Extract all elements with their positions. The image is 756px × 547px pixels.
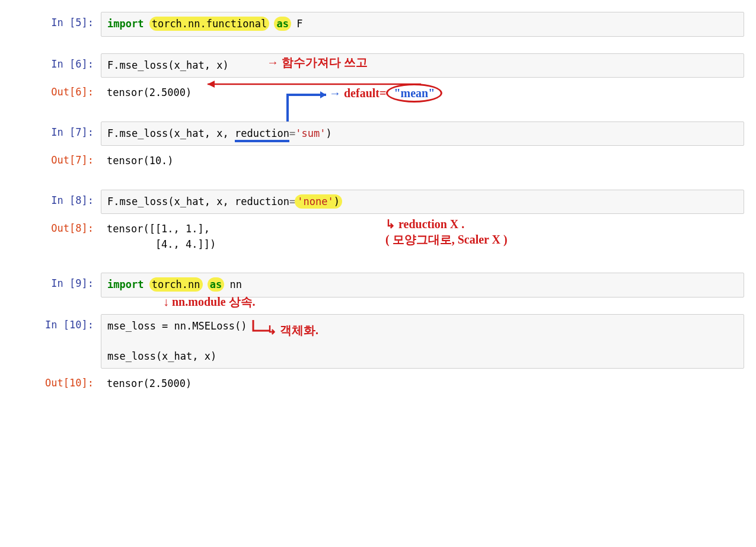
- code-7-pre: F.mse_loss(x_hat, x,: [107, 127, 235, 139]
- code-area-8[interactable]: F.mse_loss(x_hat, x, reduction='none'): [101, 190, 744, 215]
- code-10-line2: mse_loss(x_hat, x): [107, 350, 216, 362]
- cell-in-6: In [6]: F.mse_loss(x_hat, x): [12, 53, 744, 78]
- prompt-out-10: Out[10]:: [12, 372, 101, 389]
- output-10: tensor(2.5000): [101, 372, 744, 396]
- code-area-6[interactable]: F.mse_loss(x_hat, x): [101, 53, 744, 78]
- code-area-7[interactable]: F.mse_loss(x_hat, x, reduction='sum'): [101, 121, 744, 146]
- cell-out-7: Out[7]: tensor(10.): [12, 149, 744, 173]
- output-6: tensor(2.5000): [101, 81, 744, 105]
- code-8-pre: F.mse_loss(x_hat, x, reduction: [107, 196, 289, 207]
- cell-out-10: Out[10]: tensor(2.5000): [12, 372, 744, 396]
- notebook-container: In [5]: import torch.nn.functional as F …: [12, 12, 744, 396]
- cell-out-6: Out[6]: tensor(2.5000): [12, 81, 744, 105]
- cell-in-7: In [7]: F.mse_loss(x_hat, x, reduction='…: [12, 121, 744, 146]
- code-area-9[interactable]: import torch.nn as nn: [101, 273, 744, 298]
- prompt-out-8: Out[8]:: [12, 217, 101, 234]
- output-7: tensor(10.): [101, 149, 744, 173]
- prompt-out-7: Out[7]:: [12, 149, 101, 166]
- str-sum: 'sum': [295, 127, 326, 139]
- code-area-5[interactable]: import torch.nn.functional as F: [101, 12, 744, 37]
- prompt-out-6: Out[6]:: [12, 81, 101, 98]
- output-8: tensor([[1., 1.], [4., 4.]]): [101, 217, 744, 256]
- highlight-module: torch.nn.functional: [149, 17, 269, 31]
- cell-in-8: In [8]: F.mse_loss(x_hat, x, reduction='…: [12, 190, 744, 215]
- highlight-as: as: [274, 17, 291, 31]
- prompt-in-7: In [7]:: [12, 121, 101, 138]
- cell-in-9: In [9]: import torch.nn as nn: [12, 273, 744, 298]
- highlight-as-9: as: [208, 277, 224, 292]
- code-10-line1: mse_loss = nn.MSELoss(): [107, 320, 247, 332]
- alias-nn: nn: [230, 279, 242, 290]
- code-line-6: F.mse_loss(x_hat, x): [107, 59, 229, 71]
- prompt-in-10: In [10]:: [12, 314, 101, 331]
- code-area-10[interactable]: mse_loss = nn.MSELoss() mse_loss(x_hat, …: [101, 314, 744, 369]
- keyword-import: import: [107, 18, 143, 30]
- op-eq-7: =: [289, 127, 295, 139]
- prompt-in-6: In [6]:: [12, 53, 101, 70]
- prompt-in-8: In [8]:: [12, 190, 101, 206]
- prompt-in-5: In [5]:: [12, 12, 101, 28]
- cell-in-5: In [5]: import torch.nn.functional as F: [12, 12, 744, 37]
- highlight-torchnn: torch.nn: [149, 277, 203, 292]
- keyword-import-9: import: [107, 279, 143, 290]
- alias-f: F: [296, 18, 302, 30]
- cell-out-8: Out[8]: tensor([[1., 1.], [4., 4.]]): [12, 217, 744, 256]
- cell-in-10: In [10]: mse_loss = nn.MSELoss() mse_los…: [12, 314, 744, 369]
- code-7-post: ): [326, 127, 332, 139]
- highlight-none: 'none'): [295, 194, 342, 209]
- prompt-in-9: In [9]:: [12, 273, 101, 289]
- keyword-reduction: reduction: [235, 127, 289, 142]
